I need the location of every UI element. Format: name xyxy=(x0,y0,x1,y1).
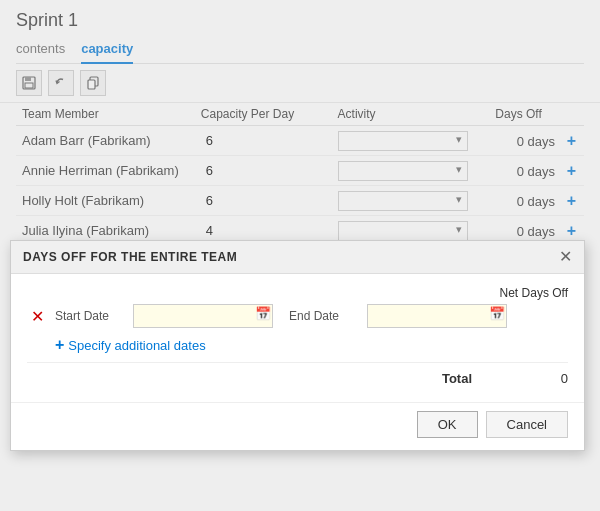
main-container: Sprint 1 contents capacity xyxy=(0,0,600,511)
dialog-title: DAYS OFF FOR THE ENTIRE TEAM xyxy=(23,250,237,264)
start-date-wrapper: 📅 xyxy=(133,304,273,328)
cancel-button[interactable]: Cancel xyxy=(486,411,568,438)
specify-plus-icon: + xyxy=(55,336,64,354)
dialog-close-button[interactable]: ✕ xyxy=(559,249,572,265)
end-date-wrapper: 📅 xyxy=(367,304,507,328)
date-row-1: ✕ Start Date 📅 End Date 📅 xyxy=(27,304,568,328)
days-off-dialog: DAYS OFF FOR THE ENTIRE TEAM ✕ Net Days … xyxy=(10,240,585,451)
dialog-footer: OK Cancel xyxy=(11,402,584,450)
dialog-header: DAYS OFF FOR THE ENTIRE TEAM ✕ xyxy=(11,241,584,274)
net-days-col-label: Net Days Off xyxy=(488,286,568,300)
start-date-input[interactable] xyxy=(133,304,273,328)
specify-link-label: Specify additional dates xyxy=(68,338,205,353)
dialog-body: Net Days Off ✕ Start Date 📅 End Date 📅 +… xyxy=(11,274,584,402)
total-label: Total xyxy=(442,371,472,386)
ok-button[interactable]: OK xyxy=(417,411,478,438)
end-date-label: End Date xyxy=(289,309,359,323)
total-value: 0 xyxy=(488,371,568,386)
dialog-col-headers: Net Days Off xyxy=(27,286,568,300)
total-row: Total 0 xyxy=(27,362,568,390)
end-date-input[interactable] xyxy=(367,304,507,328)
specify-additional-dates[interactable]: + Specify additional dates xyxy=(55,336,568,354)
start-date-label: Start Date xyxy=(55,309,125,323)
end-date-calendar-button[interactable]: 📅 xyxy=(489,306,505,321)
remove-date-button[interactable]: ✕ xyxy=(27,307,47,326)
start-date-calendar-button[interactable]: 📅 xyxy=(255,306,271,321)
